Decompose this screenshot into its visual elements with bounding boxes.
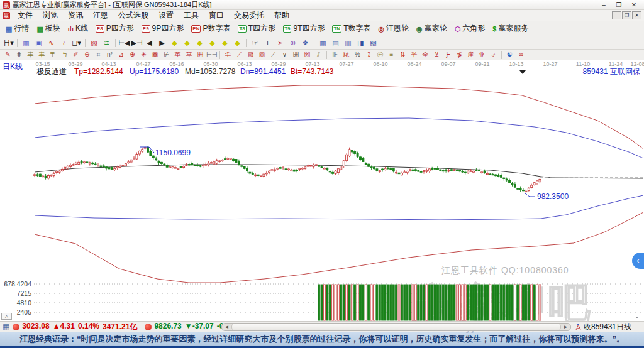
tool-icon-20[interactable]: ◆ <box>231 38 243 48</box>
tool-icon-40[interactable]: Ƒ <box>443 50 453 59</box>
tool-icon-5[interactable]: 丂 <box>59 50 70 59</box>
event-marker-triangle[interactable] <box>519 70 526 74</box>
tool-icon-26[interactable]: 囲 <box>291 50 301 59</box>
toolbar-button-9P四方形[interactable]: P99P四方形 <box>138 22 187 35</box>
tool-icon-17[interactable]: ◆ <box>194 38 206 48</box>
tool-icon-4[interactable]: ∿ <box>45 38 57 48</box>
tool-icon-39[interactable]: ⊻ <box>431 50 442 59</box>
tool-icon-20[interactable]: 㔻 <box>223 50 233 59</box>
toolbar-button-六角形[interactable]: ⬡六角形 <box>452 22 489 35</box>
menu-item-7[interactable]: 工具 <box>179 10 204 21</box>
tool-icon-18[interactable]: ◆ <box>206 38 218 48</box>
tool-icon-11[interactable]: ⊢◀ <box>118 38 130 48</box>
menu-item-5[interactable]: 公式选股 <box>113 10 153 21</box>
tool-icon-6[interactable]: ✐ <box>70 50 81 59</box>
quotes-grid-icon[interactable]: ▦ <box>3 322 9 331</box>
tool-icon-19[interactable]: ◆ <box>219 38 231 48</box>
tool-icon-34[interactable]: ㊉ <box>375 50 386 59</box>
tool-icon-3[interactable]: 丰 <box>36 50 47 59</box>
toolbar-button-P四方形[interactable]: P8P四方形 <box>92 22 137 35</box>
menu-item-10[interactable]: 帮助 <box>269 10 294 21</box>
tool-icon-17[interactable]: 囲 <box>195 50 206 59</box>
tool-icon-31[interactable]: ◨ <box>355 38 367 48</box>
tool-icon-26[interactable]: ❖ <box>299 38 311 48</box>
menu-item-8[interactable]: 窗口 <box>204 10 229 21</box>
tool-icon-22[interactable]: ☞ <box>249 38 261 48</box>
toolbar-button-板块[interactable]: ▩板块 <box>33 22 63 35</box>
tool-icon-37[interactable]: 平 <box>409 50 419 59</box>
maximize-button[interactable]: ❐ <box>611 1 626 8</box>
tool-icon-8[interactable]: ▨ <box>88 38 100 48</box>
tool-icon-41[interactable]: ≸ <box>454 50 465 59</box>
tool-icon-7[interactable]: ⊖ <box>82 50 92 59</box>
tool-icon-15[interactable]: ◆ <box>169 38 180 48</box>
tool-icon-23[interactable]: ▧ <box>257 50 267 59</box>
tool-icon-27[interactable]: 圀 <box>302 50 313 59</box>
tool-icon-42[interactable]: 崖 <box>465 50 476 59</box>
tool-icon-12[interactable]: ▶⊣ <box>131 38 143 48</box>
tool-icon-30[interactable]: ▥ <box>342 38 354 48</box>
toolbar-button-赢家服务[interactable]: $赢家服务 <box>489 22 531 35</box>
tool-icon-5[interactable]: ≀ <box>58 38 70 48</box>
toolbar-button-江恩轮[interactable]: ◎江恩轮 <box>375 22 413 35</box>
tool-icon-12[interactable]: ✳ <box>138 50 149 59</box>
tool-icon-21[interactable]: ⟋ <box>234 50 245 59</box>
tool-icon-11[interactable]: ⊕ <box>127 50 138 59</box>
tool-icon-32[interactable]: % <box>352 50 363 59</box>
tool-icon-0[interactable]: 日▾ <box>3 38 14 48</box>
tool-icon-30[interactable]: ⊪ <box>330 50 340 59</box>
scroll-right-button[interactable]: ► <box>561 324 570 330</box>
tool-icon-2[interactable]: ▦ <box>20 38 32 48</box>
tool-icon-43[interactable]: 亚 <box>477 50 487 59</box>
tool-icon-14[interactable]: ⊬ <box>161 50 172 59</box>
scroll-thumb[interactable] <box>231 324 561 330</box>
kline-chart-canvas[interactable]: 03-1503-2904-1304-2705-1605-3006-1306-29… <box>0 60 644 321</box>
mdi-close-button[interactable]: ✕ <box>632 11 641 19</box>
mdi-minimize-button[interactable]: _ <box>612 11 621 19</box>
tool-icon-33[interactable]: ⁒ <box>364 50 374 59</box>
tool-icon-24[interactable]: ⟋ <box>268 50 279 59</box>
tool-icon-25[interactable]: ∨ <box>279 50 290 59</box>
tool-icon-13[interactable]: ◀ <box>143 38 155 48</box>
expand-volume-pane-button[interactable]: △ <box>1 313 12 320</box>
menu-item-6[interactable]: 设置 <box>153 10 179 21</box>
menu-item-2[interactable]: 浏览 <box>38 10 63 21</box>
tool-icon-9[interactable]: n² <box>104 50 115 59</box>
tool-icon-32[interactable]: ▧ <box>367 38 379 48</box>
tool-icon-2[interactable]: 丰 <box>25 50 36 59</box>
tool-icon-6[interactable]: ◻▾ <box>70 38 82 48</box>
tool-icon-22[interactable]: ▨ <box>245 50 256 59</box>
tool-icon-16[interactable]: 草 <box>184 50 194 59</box>
tool-icon-29[interactable]: ▤ <box>330 38 341 48</box>
tool-icon-47[interactable]: ∞ <box>516 50 526 59</box>
tool-icon-9[interactable]: ≊ <box>101 38 113 48</box>
tool-icon-36[interactable]: ⇅ <box>397 50 408 59</box>
tool-icon-28[interactable]: ⫽ <box>313 50 324 59</box>
chart-horizontal-scrollbar[interactable]: ◄ ► <box>221 323 571 331</box>
tool-icon-14[interactable]: ▶ <box>156 38 168 48</box>
menu-item-4[interactable]: 江恩 <box>88 10 113 21</box>
tool-icon-46[interactable]: ☯ <box>504 50 515 59</box>
tool-icon-23[interactable]: + <box>262 38 274 48</box>
tool-icon-15[interactable]: 革 <box>172 50 183 59</box>
tool-icon-3[interactable]: ▣ <box>33 38 45 48</box>
tool-icon-4[interactable]: 〒 <box>48 50 58 59</box>
mdi-restore-button[interactable]: ❐ <box>622 11 631 19</box>
toolbar-button-P数字表[interactable]: PNP数字表 <box>188 22 233 35</box>
scroll-left-button[interactable]: ◄ <box>222 324 231 330</box>
tool-icon-13[interactable]: ▩ <box>150 50 160 59</box>
menu-item-1[interactable]: 文件 <box>13 10 38 21</box>
menu-item-9[interactable]: 交易委托 <box>229 10 269 21</box>
toolbar-button-行情[interactable]: ▦行情 <box>3 22 32 35</box>
tool-icon-0[interactable]: ✎ <box>3 50 13 59</box>
tool-icon-35[interactable]: ≡ <box>386 50 397 59</box>
tool-icon-25[interactable]: ⊕ <box>287 38 299 48</box>
shrink-button[interactable]: - <box>636 313 638 320</box>
toolbar-button-赢家轮[interactable]: ◉赢家轮 <box>413 22 450 35</box>
close-button[interactable]: ✕ <box>626 1 641 8</box>
chart-area[interactable]: 03-1503-2904-1304-2705-1605-3006-1306-29… <box>0 60 644 321</box>
collapse-side-panel-button[interactable]: ‹ <box>632 253 644 269</box>
tool-icon-16[interactable]: ◆ <box>181 38 193 48</box>
tool-icon-38[interactable]: 全 <box>420 50 431 59</box>
tool-icon-18[interactable]: ⊢⊣ <box>206 50 217 59</box>
